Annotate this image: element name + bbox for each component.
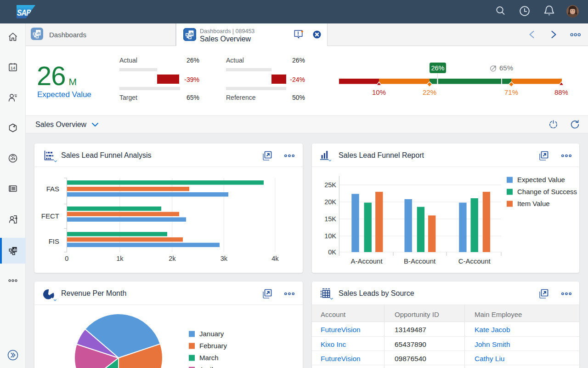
svg-text:71%: 71%	[504, 88, 518, 96]
svg-text:C-Account: C-Account	[458, 257, 491, 265]
svg-text:26%: 26%	[431, 64, 444, 72]
svg-text:22%: 22%	[423, 88, 436, 96]
svg-text:FECT: FECT	[41, 212, 59, 220]
svg-text:April: April	[199, 366, 213, 368]
svg-text:Item Value: Item Value	[517, 200, 550, 207]
svg-text:14: 14	[11, 65, 16, 70]
svg-text:10%: 10%	[372, 88, 386, 96]
svg-text:88%: 88%	[554, 88, 568, 96]
svg-text:March: March	[199, 354, 219, 362]
svg-text:4k: 4k	[271, 255, 279, 262]
svg-text:2k: 2k	[169, 255, 176, 262]
svg-text:FIS: FIS	[49, 237, 59, 245]
svg-text:January: January	[199, 330, 224, 338]
svg-text:20K: 20K	[324, 198, 336, 206]
svg-text:Expected Value: Expected Value	[517, 176, 565, 184]
svg-text:SAP: SAP	[17, 8, 31, 17]
svg-text:15K: 15K	[324, 215, 336, 223]
svg-text:3k: 3k	[220, 255, 228, 262]
svg-text:Change of Success: Change of Success	[517, 188, 577, 196]
svg-text:1k: 1k	[116, 255, 124, 262]
svg-text:A-Account: A-Account	[351, 257, 383, 265]
svg-text:25K: 25K	[324, 181, 336, 189]
svg-text:February: February	[199, 342, 227, 350]
svg-text:10K: 10K	[324, 232, 336, 240]
svg-text:B-Account: B-Account	[404, 257, 436, 265]
svg-text:65%: 65%	[499, 64, 513, 72]
svg-text:FAS: FAS	[46, 185, 59, 193]
svg-text:0K: 0K	[328, 248, 336, 256]
svg-text:0: 0	[65, 255, 68, 262]
